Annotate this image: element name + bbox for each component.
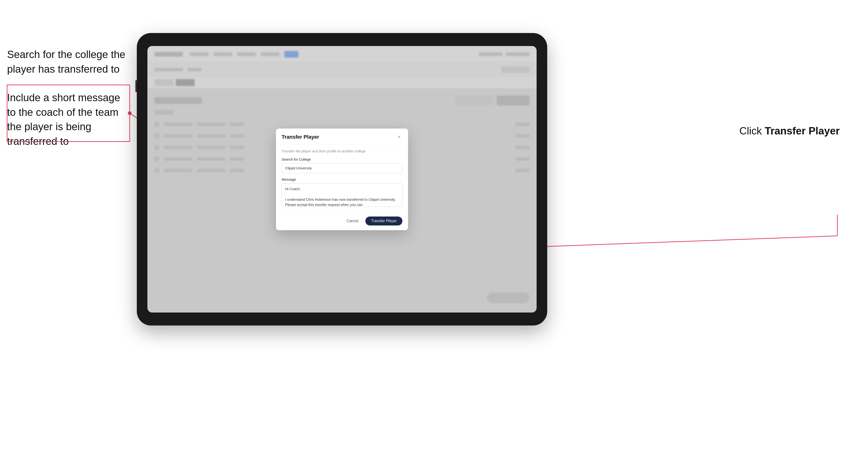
annotation-click-text: Click	[739, 125, 765, 136]
annotation-search-text: Search for the college the player has tr…	[7, 47, 130, 76]
close-icon: ×	[398, 134, 401, 139]
message-label: Message	[282, 177, 402, 181]
annotation-transfer-bold: Transfer Player	[765, 125, 840, 136]
modal-close-button[interactable]: ×	[396, 134, 402, 140]
search-college-input[interactable]	[282, 163, 402, 173]
search-college-label: Search for College	[282, 157, 402, 161]
svg-line-4	[514, 236, 837, 248]
annotation-right-container: Click Transfer Player	[739, 125, 840, 137]
transfer-player-modal: Transfer Player × Transfer the player an…	[276, 129, 408, 230]
message-textarea[interactable]: Hi Coach, I understand Chris Robertson h…	[282, 183, 402, 207]
transfer-player-button[interactable]: Transfer Player	[365, 217, 402, 225]
modal-title: Transfer Player	[282, 134, 319, 140]
modal-subtitle: Transfer the player and their profile to…	[282, 149, 402, 153]
tablet-frame: Transfer Player × Transfer the player an…	[137, 33, 547, 325]
annotation-left-container: Search for the college the player has tr…	[7, 47, 130, 163]
modal-body: Transfer the player and their profile to…	[276, 144, 408, 213]
tablet-power-button	[135, 80, 137, 92]
modal-overlay: Transfer Player × Transfer the player an…	[148, 46, 536, 312]
arrow-right-to-button	[495, 212, 868, 283]
cancel-button[interactable]: Cancel	[343, 217, 362, 225]
annotation-message-text: Include a short message to the coach of …	[7, 90, 130, 148]
tablet-screen: Transfer Player × Transfer the player an…	[148, 46, 536, 312]
modal-footer: Cancel Transfer Player	[276, 213, 408, 230]
modal-header: Transfer Player ×	[276, 129, 408, 144]
